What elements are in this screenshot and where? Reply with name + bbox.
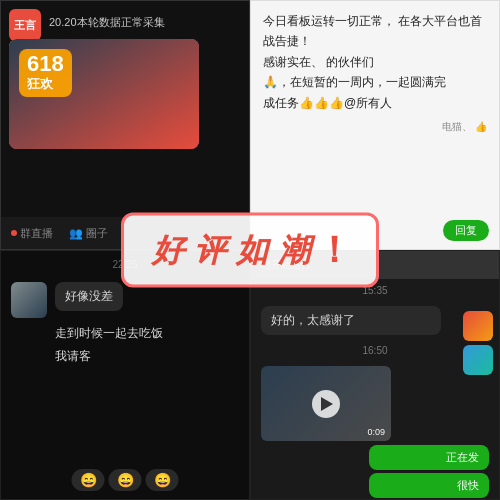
chat-line-3: 我请客 xyxy=(1,345,249,368)
reply-button[interactable]: 回复 xyxy=(443,220,489,241)
like-icon: 👍 xyxy=(475,121,487,132)
play-button[interactable] xyxy=(312,390,340,418)
panel-bottom-left: 22:25 好像没差 走到时候一起去吃饭 我请客 😄 😄 😄 xyxy=(0,250,250,500)
friends-icon: 👥 xyxy=(69,227,83,240)
mini-avatar-1 xyxy=(463,311,493,341)
stream-thumbnail: 618 狂欢 xyxy=(9,39,199,149)
chat-avatar xyxy=(11,282,47,318)
emoji-2: 😄 xyxy=(109,469,142,491)
banner-char-4: 潮 xyxy=(274,228,314,272)
banner-char-1: 好 xyxy=(148,228,188,272)
main-grid: 王言 20.20本轮数据正常采集 618 狂欢 目前经受住了考验 群直播 👥 圈… xyxy=(0,0,500,500)
banner-exclaim: ！ xyxy=(316,226,352,275)
promo-banner: 好 评 如 潮 ！ xyxy=(121,213,379,288)
message-sender: 电猫、 👍 xyxy=(263,119,487,135)
received-message-1: 好的，太感谢了 xyxy=(261,306,441,335)
banner-char-3: 如 xyxy=(232,228,272,272)
timestamp-2: 16:50 xyxy=(251,339,499,362)
panel-title: 20.20本轮数据正常采集 xyxy=(49,15,165,30)
thumbnail-bg: 618 狂欢 xyxy=(9,39,199,149)
emoji-1: 😄 xyxy=(72,469,105,491)
chat-line-2: 走到时候一起去吃饭 xyxy=(1,322,249,345)
emoji-reactions: 😄 😄 😄 xyxy=(72,469,179,491)
sent-message-2: 很快 xyxy=(369,473,489,498)
video-thumbnail[interactable]: 0:09 xyxy=(261,366,391,441)
mini-avatar-2 xyxy=(463,345,493,375)
friends-button[interactable]: 👥 圈子 xyxy=(69,226,108,241)
video-duration: 0:09 xyxy=(367,427,385,437)
right-avatars xyxy=(463,311,493,375)
618-badge: 618 狂欢 xyxy=(19,49,72,97)
message-body: 今日看板运转一切正常， 在各大平台也首战告捷！ 感谢实在、 的伙伴们 🙏，在短暂… xyxy=(263,11,487,113)
play-icon xyxy=(321,397,333,411)
message-content: 今日看板运转一切正常， 在各大平台也首战告捷！ 感谢实在、 的伙伴们 🙏，在短暂… xyxy=(251,1,499,145)
banner-char-2: 评 xyxy=(190,228,230,272)
sent-message-1: 正在发 xyxy=(369,445,489,470)
live-indicator xyxy=(11,230,17,236)
emoji-3: 😄 xyxy=(146,469,179,491)
user-avatar: 王言 xyxy=(9,9,41,41)
panel-bottom-right: 时开始运行 15:35 好的，太感谢了 16:50 0:09 正在发 很快 xyxy=(250,250,500,500)
chat-bubble-1: 好像没差 xyxy=(55,282,123,311)
live-button[interactable]: 群直播 xyxy=(11,226,53,241)
